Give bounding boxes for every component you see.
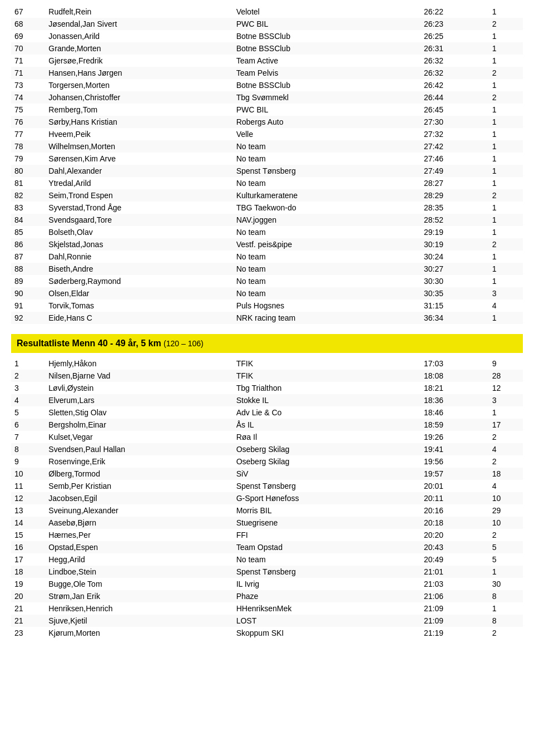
team-name: Puls Hogsnes: [233, 300, 421, 312]
finish-time: 29:19: [421, 226, 489, 238]
finish-time: 30:35: [421, 287, 489, 300]
position: 12: [11, 492, 45, 504]
athlete-name: Dahl,Ronnie: [45, 251, 233, 263]
bib-number: 1: [489, 55, 523, 67]
position: 76: [11, 116, 45, 128]
finish-time: 21:06: [421, 590, 489, 602]
team-name: Ås IL: [233, 419, 421, 431]
athlete-name: Johansen,Christoffer: [45, 91, 233, 104]
finish-time: 20:20: [421, 529, 489, 541]
team-name: PWC BIL: [233, 18, 421, 30]
athlete-name: Sørensen,Kim Arve: [45, 153, 233, 165]
bib-number: 2: [489, 91, 523, 104]
team-name: Røa Il: [233, 431, 421, 443]
table-row: 73 Torgersen,Morten Botne BSSClub 26:42 …: [11, 79, 523, 91]
finish-time: 27:49: [421, 165, 489, 177]
position: 13: [11, 504, 45, 517]
bib-number: 3: [489, 394, 523, 406]
finish-time: 26:45: [421, 104, 489, 116]
team-name: IL Ivrig: [233, 578, 421, 590]
position: 7: [11, 431, 45, 443]
position: 4: [11, 394, 45, 406]
bib-number: 2: [489, 431, 523, 443]
finish-time: 18:21: [421, 382, 489, 394]
finish-time: 18:59: [421, 419, 489, 431]
team-name: Spenst Tønsberg: [233, 480, 421, 492]
finish-time: 21:01: [421, 566, 489, 578]
team-name: Skoppum SKI: [233, 627, 421, 639]
table-row: 74 Johansen,Christoffer Tbg Svømmekl 26:…: [11, 91, 523, 104]
position: 1: [11, 357, 45, 370]
position: 79: [11, 153, 45, 165]
table-row: 78 Wilhelmsen,Morten No team 27:42 1: [11, 140, 523, 153]
athlete-name: Bugge,Ole Tom: [45, 578, 233, 590]
table-row: 12 Jacobsen,Egil G-Sport Hønefoss 20:11 …: [11, 492, 523, 504]
team-name: No team: [233, 140, 421, 153]
table-row: 83 Syverstad,Trond Åge TBG Taekwon-do 28…: [11, 202, 523, 214]
team-name: Tbg Svømmekl: [233, 91, 421, 104]
bib-number: 8: [489, 590, 523, 602]
bib-number: 2: [489, 529, 523, 541]
position: 87: [11, 251, 45, 263]
team-name: SiV: [233, 468, 421, 480]
finish-time: 17:03: [421, 357, 489, 370]
bib-number: 1: [489, 140, 523, 153]
bib-number: 29: [489, 504, 523, 517]
athlete-name: Olsen,Eldar: [45, 287, 233, 300]
finish-time: 36:34: [421, 312, 489, 324]
athlete-name: Sørby,Hans Kristian: [45, 116, 233, 128]
athlete-name: Lindboe,Stein: [45, 566, 233, 578]
team-name: No team: [233, 177, 421, 189]
bib-number: 2: [489, 18, 523, 30]
finish-time: 26:25: [421, 30, 489, 42]
position: 75: [11, 104, 45, 116]
athlete-name: Gjersøe,Fredrik: [45, 55, 233, 67]
bib-number: 12: [489, 382, 523, 394]
team-name: Robergs Auto: [233, 116, 421, 128]
athlete-name: Semb,Per Kristian: [45, 480, 233, 492]
team-name: TBG Taekwon-do: [233, 202, 421, 214]
table-row: 86 Skjelstad,Jonas Vestf. peis&pipe 30:1…: [11, 238, 523, 251]
position: 9: [11, 455, 45, 468]
team-name: No team: [233, 553, 421, 566]
team-name: No team: [233, 251, 421, 263]
team-name: G-Sport Hønefoss: [233, 492, 421, 504]
position: 73: [11, 79, 45, 91]
position: 89: [11, 275, 45, 287]
bib-number: 1: [489, 79, 523, 91]
bib-number: 28: [489, 370, 523, 382]
table-row: 9 Rosenvinge,Erik Oseberg Skilag 19:56 2: [11, 455, 523, 468]
table-row: 6 Bergsholm,Einar Ås IL 18:59 17: [11, 419, 523, 431]
bib-number: 1: [489, 602, 523, 615]
finish-time: 28:35: [421, 202, 489, 214]
team-name: Spenst Tønsberg: [233, 566, 421, 578]
position: 70: [11, 42, 45, 55]
team-name: Botne BSSClub: [233, 42, 421, 55]
table-row: 20 Strøm,Jan Erik Phaze 21:06 8: [11, 590, 523, 602]
bib-number: 1: [489, 165, 523, 177]
athlete-name: Hegg,Arild: [45, 553, 233, 566]
position: 5: [11, 406, 45, 419]
finish-time: 28:27: [421, 177, 489, 189]
table-row: 91 Torvik,Tomas Puls Hogsnes 31:15 4: [11, 300, 523, 312]
team-name: Oseberg Skilag: [233, 443, 421, 455]
athlete-name: Ølberg,Tormod: [45, 468, 233, 480]
table-row: 13 Sveinung,Alexander Morris BIL 20:16 2…: [11, 504, 523, 517]
table-row: 15 Hærnes,Per FFI 20:20 2: [11, 529, 523, 541]
athlete-name: Hjemly,Håkon: [45, 357, 233, 370]
team-name: Velotel: [233, 6, 421, 18]
table-row: 1 Hjemly,Håkon TFIK 17:03 9: [11, 357, 523, 370]
finish-time: 26:22: [421, 6, 489, 18]
position: 2: [11, 370, 45, 382]
athlete-name: Jøsendal,Jan Sivert: [45, 18, 233, 30]
finish-time: 28:52: [421, 214, 489, 226]
position: 77: [11, 128, 45, 140]
finish-time: 20:11: [421, 492, 489, 504]
athlete-name: Bolseth,Olav: [45, 226, 233, 238]
position: 20: [11, 590, 45, 602]
bib-number: 2: [489, 238, 523, 251]
athlete-name: Elverum,Lars: [45, 394, 233, 406]
finish-time: 26:31: [421, 42, 489, 55]
finish-time: 18:36: [421, 394, 489, 406]
table-row: 67 Rudfelt,Rein Velotel 26:22 1: [11, 6, 523, 18]
